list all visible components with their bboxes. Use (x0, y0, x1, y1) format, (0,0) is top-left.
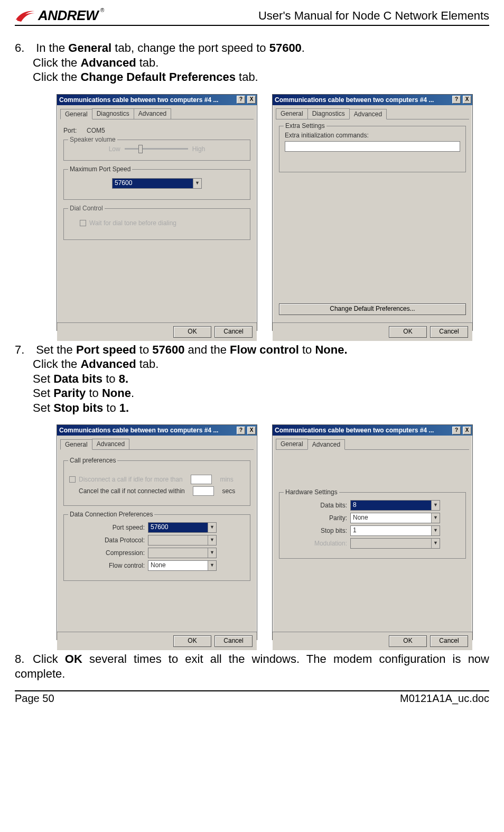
tab-general[interactable]: General (60, 109, 92, 119)
cancel-button[interactable]: Cancel (430, 635, 468, 647)
chevron-down-icon[interactable]: ▼ (208, 561, 216, 570)
cancel-button[interactable]: Cancel (214, 326, 253, 338)
chevron-down-icon[interactable]: ▼ (431, 513, 440, 523)
parity-label: Parity: (305, 514, 347, 522)
window-title: Communications cable between two compute… (275, 96, 450, 104)
step-text: Set (33, 386, 53, 400)
port-speed-label: Port speed: (97, 524, 145, 531)
tab-general[interactable]: General (276, 108, 308, 119)
dialog-general-properties: Communications cable between two compute… (57, 94, 257, 331)
extra-commands-input[interactable] (285, 141, 460, 152)
group-label: Hardware Settings (284, 488, 339, 496)
step-text: 57600 (269, 41, 302, 54)
help-button[interactable]: ? (452, 96, 461, 104)
group-extra-settings: Extra Settings Extra initialization comm… (279, 126, 466, 172)
chevron-down-icon: ▼ (208, 535, 216, 545)
group-hardware-settings: Hardware Settings Data bits: 8▼ Parity: … (279, 492, 466, 559)
tab-diagnostics[interactable]: Diagnostics (307, 108, 350, 119)
tab-general[interactable]: General (276, 439, 308, 449)
cancel-secs-input[interactable] (193, 486, 214, 496)
chevron-down-icon[interactable]: ▼ (431, 501, 440, 510)
tab-body: Port: COM5 Speaker volume Low High Maxim… (57, 119, 257, 322)
cancel-button[interactable]: Cancel (430, 326, 468, 338)
modulation-combobox: ▼ (350, 538, 440, 549)
chevron-down-icon[interactable]: ▼ (193, 179, 201, 188)
help-button[interactable]: ? (452, 427, 461, 435)
close-button[interactable]: X (463, 427, 471, 435)
step-text: 8. (119, 372, 128, 385)
help-button[interactable]: ? (237, 96, 245, 104)
chevron-down-icon[interactable]: ▼ (431, 526, 440, 535)
button-bar: OK Cancel (57, 632, 257, 650)
cancel-call-label: Cancel the call if not connected within (79, 487, 185, 495)
close-button[interactable]: X (247, 96, 256, 104)
step-7: 7. Set the Port speed to 57600 and the F… (15, 343, 489, 415)
tab-advanced[interactable]: Advanced (307, 439, 345, 450)
ok-button[interactable]: OK (389, 326, 427, 338)
titlebar[interactable]: Communications cable between two compute… (57, 425, 257, 436)
dial-tone-checkbox (80, 220, 86, 226)
step-text: tab. (236, 70, 258, 84)
step-text: Click the (33, 357, 80, 371)
compression-label: Compression: (97, 549, 145, 557)
stop-bits-combobox[interactable]: 1▼ (350, 525, 440, 536)
tab-diagnostics[interactable]: Diagnostics (92, 108, 134, 119)
page-number: Page 50 (15, 692, 54, 705)
chevron-down-icon[interactable]: ▼ (208, 523, 216, 532)
extra-commands-label: Extra initialization commands: (285, 132, 460, 139)
data-protocol-combobox: ▼ (148, 535, 217, 546)
step-text: Set (33, 372, 53, 385)
group-label: Speaker volume (68, 136, 117, 143)
help-button[interactable]: ? (237, 427, 245, 435)
step-text: Advanced (80, 56, 136, 69)
tab-advanced[interactable]: Advanced (349, 109, 387, 119)
ok-button[interactable]: OK (389, 635, 427, 647)
manual-title: User's Manual for Node C Network Element… (258, 9, 489, 23)
close-button[interactable]: X (463, 96, 471, 104)
port-label: Port: (63, 127, 77, 134)
flow-control-combobox[interactable]: None▼ (148, 560, 217, 571)
page-footer: Page 50 M0121A1A_uc.doc (15, 690, 489, 705)
step-text: Flow control (230, 343, 299, 356)
step-text: 1. (119, 401, 129, 414)
dialog-default-prefs-general: Communications cable between two compute… (57, 424, 257, 640)
mins-label: mins (220, 476, 233, 483)
step-text: . (131, 386, 134, 400)
step-text: several times to exit all the windows. T… (15, 652, 489, 680)
brand-logo: ANDREW ® (15, 7, 104, 24)
tabstrip: General Advanced (273, 436, 472, 449)
cancel-button[interactable]: Cancel (214, 635, 253, 647)
change-default-prefs-button[interactable]: Change Default Preferences... (279, 303, 466, 315)
dialog-default-prefs-advanced: Communications cable between two compute… (272, 424, 473, 640)
max-port-speed-combobox[interactable]: 57600 ▼ (112, 178, 202, 189)
tab-advanced[interactable]: Advanced (92, 439, 129, 449)
step-text: tab. (136, 56, 159, 69)
close-button[interactable]: X (247, 427, 256, 435)
parity-combobox[interactable]: None▼ (350, 513, 440, 523)
ok-button[interactable]: OK (173, 635, 211, 647)
data-protocol-label: Data Protocol: (97, 537, 145, 544)
titlebar[interactable]: Communications cable between two compute… (273, 95, 472, 105)
step-text: OK (65, 652, 82, 665)
combo-value (351, 539, 431, 548)
combo-value: None (351, 513, 431, 523)
data-bits-combobox[interactable]: 8▼ (350, 500, 440, 511)
group-max-port-speed: Maximum Port Speed 57600 ▼ (63, 169, 250, 200)
titlebar[interactable]: Communications cable between two compute… (57, 95, 257, 105)
tab-general[interactable]: General (60, 439, 92, 450)
step-text: Set (33, 401, 53, 414)
group-label: Maximum Port Speed (68, 165, 132, 173)
group-speaker-volume: Speaker volume Low High (63, 140, 250, 161)
port-speed-combobox[interactable]: 57600▼ (148, 522, 217, 533)
step-text: tab. (136, 357, 159, 371)
stop-bits-label: Stop bits: (305, 527, 347, 534)
titlebar[interactable]: Communications cable between two compute… (273, 425, 472, 436)
disconnect-checkbox (69, 476, 76, 483)
step-text: General (68, 41, 111, 54)
step-6: 6. In the General tab, change the port s… (15, 41, 489, 85)
chevron-down-icon: ▼ (431, 539, 440, 548)
low-label: Low (109, 145, 120, 153)
ok-button[interactable]: OK (173, 326, 211, 338)
tab-advanced[interactable]: Advanced (134, 108, 171, 119)
data-bits-label: Data bits: (305, 502, 347, 509)
